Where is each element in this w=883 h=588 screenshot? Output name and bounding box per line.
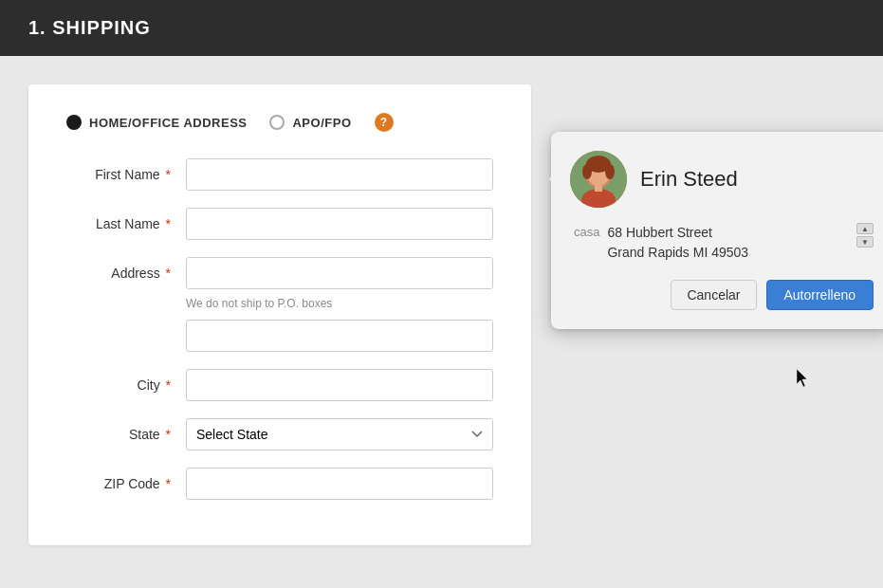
zip-code-required: * <box>166 476 171 491</box>
form-card: HOME/OFFICE ADDRESS APO/FPO ? First Name… <box>28 84 531 545</box>
zip-code-label: ZIP Code * <box>66 476 171 491</box>
autofill-popup: Erin Steed casa 68 Hubbert Street Grand … <box>551 132 883 329</box>
main-content: HOME/OFFICE ADDRESS APO/FPO ? First Name… <box>0 56 883 574</box>
popup-buttons: Cancelar Autorrelleno <box>570 280 874 310</box>
first-name-row: First Name * <box>66 158 493 191</box>
popup-address-row: casa 68 Hubbert Street Grand Rapids MI 4… <box>570 223 874 263</box>
first-name-required: * <box>166 167 171 182</box>
page-title: 1. SHIPPING <box>28 17 855 39</box>
address-label: Address * <box>66 266 171 281</box>
first-name-label: First Name * <box>66 167 171 182</box>
first-name-input[interactable] <box>186 158 493 191</box>
zip-code-input[interactable] <box>186 468 493 500</box>
svg-point-4 <box>582 164 592 179</box>
last-name-input[interactable] <box>186 208 493 240</box>
address-input[interactable] <box>186 257 493 289</box>
help-icon[interactable]: ? <box>375 113 394 132</box>
address-type-row: HOME/OFFICE ADDRESS APO/FPO ? <box>66 113 493 132</box>
cursor <box>797 369 808 388</box>
stepper-down[interactable]: ▼ <box>856 236 874 248</box>
address-label-tag: casa <box>574 223 599 239</box>
address-required: * <box>166 266 171 281</box>
popup-address-text: 68 Hubbert Street Grand Rapids MI 49503 <box>607 223 845 263</box>
state-select[interactable]: Select State Alabama Alaska Arizona Mich… <box>186 418 493 450</box>
address-stepper[interactable]: ▲ ▼ <box>856 223 874 248</box>
state-row: State * Select State Alabama Alaska Ariz… <box>66 418 493 450</box>
stepper-up[interactable]: ▲ <box>856 223 874 234</box>
address2-row <box>66 320 493 352</box>
last-name-row: Last Name * <box>66 208 493 240</box>
svg-point-5 <box>605 164 615 179</box>
user-avatar <box>570 151 627 208</box>
city-label: City * <box>66 377 171 393</box>
last-name-required: * <box>166 216 171 231</box>
home-office-option[interactable]: HOME/OFFICE ADDRESS <box>66 115 247 130</box>
page-header: 1. SHIPPING <box>0 0 883 56</box>
cancel-button[interactable]: Cancelar <box>671 280 756 310</box>
apo-fpo-radio[interactable] <box>269 115 285 130</box>
state-required: * <box>166 427 171 442</box>
apo-fpo-label: APO/FPO <box>292 116 351 130</box>
zip-code-row: ZIP Code * <box>66 468 493 500</box>
address-note: We do not ship to P.O. boxes <box>186 297 493 310</box>
address-row: Address * <box>66 257 493 289</box>
city-row: City * <box>66 369 493 401</box>
home-office-label: HOME/OFFICE ADDRESS <box>89 116 247 130</box>
svg-rect-7 <box>595 184 602 192</box>
popup-user-row: Erin Steed <box>570 151 874 208</box>
address2-input[interactable] <box>186 320 493 352</box>
last-name-label: Last Name * <box>66 216 171 231</box>
apo-fpo-option[interactable]: APO/FPO <box>269 115 351 130</box>
home-office-radio[interactable] <box>66 115 82 130</box>
city-required: * <box>166 377 171 393</box>
city-input[interactable] <box>186 369 493 401</box>
state-label: State * <box>66 427 171 442</box>
autofill-button[interactable]: Autorrelleno <box>766 280 874 310</box>
user-name: Erin Steed <box>640 167 738 192</box>
